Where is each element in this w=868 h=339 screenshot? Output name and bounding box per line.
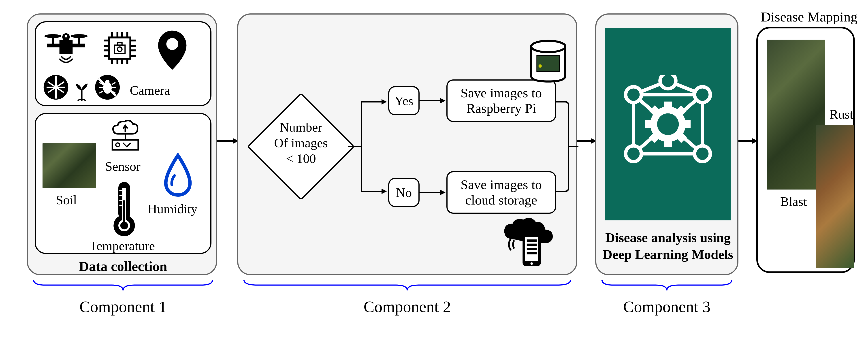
svg-rect-3 [78, 35, 80, 44]
merge-bracket [556, 97, 579, 196]
plant-sprout-icon [72, 78, 92, 103]
rust-photo [816, 125, 854, 268]
svg-rect-63 [537, 56, 560, 72]
svg-point-32 [105, 80, 110, 84]
brace-c2 [242, 277, 573, 293]
panel4-title: Disease Mapping [761, 9, 858, 25]
yes-label: Yes [395, 93, 413, 108]
svg-rect-5 [60, 40, 73, 54]
svg-point-27 [118, 47, 122, 52]
camera-device-box: Camera [35, 21, 212, 106]
chip-camera-icon [101, 29, 139, 67]
c3-label: Component 3 [600, 298, 734, 316]
svg-marker-58 [440, 98, 445, 103]
svg-point-28 [166, 38, 178, 50]
panel-disease-mapping: Blast Rust [756, 27, 855, 273]
database-icon [527, 39, 569, 84]
svg-point-89 [660, 75, 676, 89]
diagram-canvas: Camera Sensor Soil Humidity [9, 9, 859, 330]
soil-label: Soil [56, 192, 77, 208]
soil-photo [42, 143, 96, 188]
decision-l3: < 100 [263, 151, 339, 166]
no-box: No [388, 178, 420, 207]
cloud-phone-icon [500, 216, 558, 270]
brace-c1 [31, 277, 215, 293]
c1-label: Component 1 [31, 298, 215, 316]
decision-l2: Of images [263, 135, 339, 150]
drone-icon [42, 29, 90, 69]
no-label: No [396, 185, 412, 200]
svg-rect-70 [527, 248, 537, 250]
humidity-drop-icon [161, 152, 195, 197]
arrow-p1-p2 [217, 134, 240, 148]
svg-point-48 [120, 222, 128, 229]
location-pin-icon [152, 27, 192, 71]
panel1-title: Data collection [28, 258, 218, 274]
ball-icon [42, 74, 69, 101]
svg-point-91 [657, 114, 679, 135]
svg-point-87 [626, 146, 641, 161]
blast-label: Blast [780, 194, 807, 209]
svg-marker-55 [381, 99, 387, 104]
rust-label: Rust [830, 107, 853, 122]
svg-rect-8 [109, 37, 130, 59]
save-pi-l2: Raspberry Pi [466, 101, 536, 116]
save-cloud-box: Save images to cloud storage [446, 171, 556, 214]
neural-network-gear-icon [619, 75, 717, 174]
humidity-label: Humidity [148, 202, 197, 216]
thermometer-icon [110, 179, 139, 237]
svg-point-88 [694, 146, 710, 161]
brace-c3 [600, 277, 734, 293]
temperature-label: Temperature [90, 238, 155, 253]
save-pi-box: Save images to Raspberry Pi [446, 80, 556, 122]
panel-analysis: Disease analysis using Deep Learning Mod… [595, 13, 738, 275]
panel-decision: Number Of images < 100 Yes No Save image… [237, 13, 577, 275]
svg-rect-26 [118, 43, 122, 45]
no-bug-icon [94, 74, 121, 101]
yes-box: Yes [388, 86, 420, 115]
svg-point-65 [538, 64, 542, 68]
camera-label: Camera [130, 83, 170, 98]
svg-point-62 [531, 41, 565, 52]
c2-label: Component 2 [242, 298, 573, 316]
decision-l1: Number [263, 120, 339, 135]
svg-rect-71 [527, 252, 537, 254]
panel-data-collection: Camera Sensor Soil Humidity [27, 13, 217, 275]
save-cloud-l1: Save images to [461, 177, 542, 192]
svg-rect-2 [52, 35, 54, 44]
svg-point-7 [65, 35, 68, 38]
svg-marker-56 [381, 189, 387, 194]
svg-point-85 [626, 87, 641, 102]
svg-rect-68 [527, 240, 537, 242]
svg-rect-47 [123, 200, 125, 224]
save-pi-l1: Save images to [461, 85, 542, 101]
svg-rect-25 [114, 45, 125, 53]
svg-point-41 [116, 143, 120, 147]
panel3-title-l1: Disease analysis using [605, 230, 731, 245]
svg-point-86 [694, 87, 710, 102]
svg-point-72 [531, 262, 533, 265]
cloud-sensor-icon [105, 119, 146, 157]
decision-split-arrows [348, 84, 388, 209]
panel3-title: Disease analysis using Deep Learning Mod… [596, 229, 740, 263]
arrow-no-save [420, 186, 446, 199]
save-cloud-l2: cloud storage [465, 192, 537, 208]
panel3-title-l2: Deep Learning Models [602, 247, 733, 262]
sensor-box: Sensor Soil Humidity T [35, 113, 212, 254]
neural-network-block [605, 28, 731, 220]
svg-marker-60 [440, 190, 445, 195]
svg-rect-69 [527, 244, 537, 246]
arrow-yes-save [420, 94, 446, 107]
sensor-label: Sensor [105, 159, 141, 174]
